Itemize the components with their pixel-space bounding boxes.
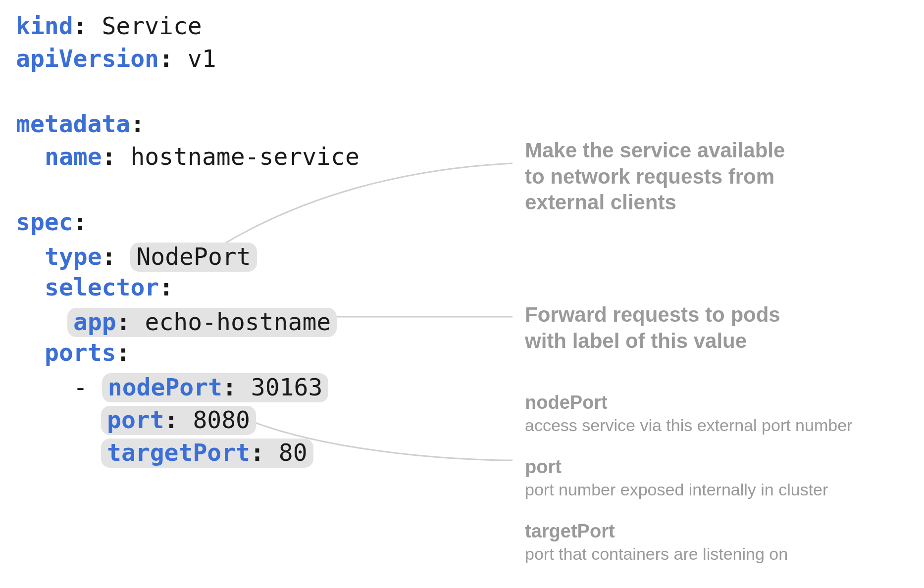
yaml-val-nodeport: 30163 [251,373,323,401]
annotation-type-l1: Make the service available [525,138,785,164]
annotation-type-l3: external clients [525,190,785,216]
yaml-line-metadata: metadata: [16,112,145,136]
annotation-port: port port number exposed internally in c… [525,455,828,500]
annotation-port-desc: port number exposed internally in cluste… [525,479,828,500]
yaml-key-port: port [107,406,164,434]
yaml-pill-app: app: echo-hostname [67,308,337,337]
yaml-line-name: name: hostname-service [45,145,359,168]
yaml-line-ports: ports: [45,341,130,364]
yaml-key-nodeport: nodePort [108,373,222,401]
yaml-line-nodeport: - nodePort: 30163 [73,373,328,402]
yaml-val-port: 8080 [193,406,250,434]
yaml-key-ports: ports [45,339,116,366]
annotation-nodeport-desc: access service via this external port nu… [525,415,852,436]
yaml-key-metadata: metadata [16,110,130,138]
yaml-line-spec: spec: [16,210,88,234]
yaml-key-targetport: targetPort [107,439,250,466]
annotation-targetport-desc: port that containers are listening on [525,543,788,565]
yaml-line-targetport: targetPort: 80 [101,439,313,468]
yaml-line-port: port: 8080 [101,406,256,435]
yaml-pill-port: port: 8080 [101,406,256,435]
yaml-line-apiversion: apiVersion: v1 [16,47,216,70]
diagram-stage: kind: Service apiVersion: v1 metadata: n… [0,0,924,588]
annotation-nodeport: nodePort access service via this externa… [525,391,852,436]
yaml-key-kind: kind [16,12,73,40]
yaml-line-selector: selector: [45,275,173,299]
annotation-targetport: targetPort port that containers are list… [525,520,788,564]
yaml-pill-targetport: targetPort: 80 [101,439,313,468]
annotation-type: Make the service available to network re… [525,138,785,216]
yaml-val-targetport: 80 [279,439,308,466]
annotation-selector: Forward requests to pods with label of t… [525,302,780,354]
yaml-line-app: app: echo-hostname [67,308,337,337]
annotation-targetport-term: targetPort [525,520,788,543]
yaml-key-spec: spec [16,208,73,236]
yaml-val-name: hostname-service [130,143,359,170]
yaml-val-kind: Service [102,12,202,40]
yaml-pill-nodeport: nodePort: 30163 [102,373,329,402]
annotation-port-term: port [525,455,828,479]
yaml-val-type: NodePort [136,243,251,270]
annotation-selector-l1: Forward requests to pods [525,302,780,328]
yaml-key-selector: selector [45,273,159,301]
yaml-dash: - [73,373,88,401]
annotation-nodeport-term: nodePort [525,391,852,415]
yaml-val-apiversion: v1 [188,45,216,72]
yaml-key-name: name [45,143,102,170]
annotation-type-l2: to network requests from [525,164,785,190]
yaml-key-app: app [73,308,116,336]
yaml-key-type: type [45,243,102,270]
yaml-val-app: echo-hostname [145,308,331,336]
yaml-key-apiversion: apiVersion [16,45,159,72]
yaml-pill-type: NodePort [130,243,257,272]
yaml-line-type: type: NodePort [45,243,257,272]
yaml-line-kind: kind: Service [16,14,202,38]
annotation-selector-l2: with label of this value [525,328,780,354]
